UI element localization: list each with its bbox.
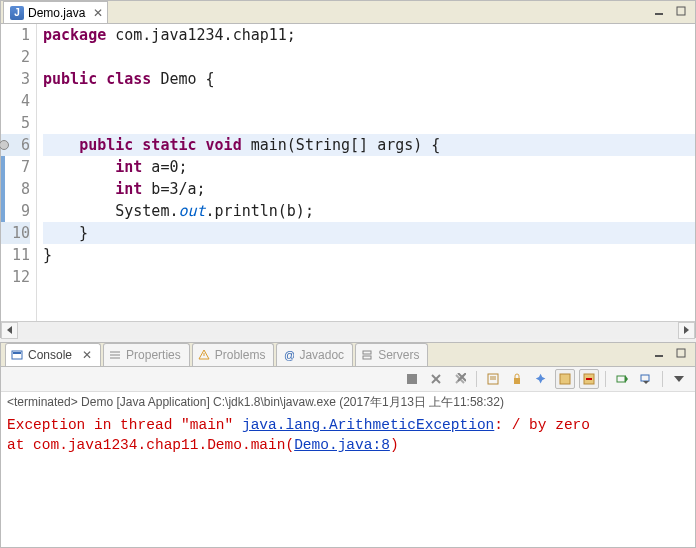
line-number[interactable]: 11 [1, 244, 30, 266]
minimize-view-icon[interactable] [651, 345, 667, 361]
svg-rect-12 [363, 351, 371, 354]
line-number[interactable]: 5 [1, 112, 30, 134]
tab-problems[interactable]: Problems [192, 343, 275, 366]
close-icon[interactable]: ✕ [93, 7, 103, 19]
error-text: at com.java1234.chap11.Demo.main( [7, 437, 294, 453]
svg-rect-16 [407, 374, 417, 384]
scroll-left-icon[interactable] [1, 322, 18, 339]
code-line[interactable]: System.out.println(b); [43, 200, 695, 222]
toolbar-separator [605, 371, 606, 387]
svg-rect-29 [586, 378, 592, 380]
svg-text:@: @ [284, 349, 294, 361]
svg-rect-32 [641, 375, 649, 381]
line-number[interactable]: 7 [1, 156, 30, 178]
svg-rect-15 [677, 349, 685, 357]
code-line[interactable]: public class Demo { [43, 68, 695, 90]
show-stderr-icon[interactable] [579, 369, 599, 389]
line-number[interactable]: 3 [1, 68, 30, 90]
view-menu-icon[interactable] [669, 369, 689, 389]
source-link[interactable]: Demo.java:8 [294, 437, 390, 453]
svg-marker-2 [7, 326, 12, 334]
code-line[interactable] [43, 90, 695, 112]
line-number[interactable]: 8 [1, 178, 30, 200]
svg-rect-13 [363, 356, 371, 359]
console-output[interactable]: Exception in thread "main" java.lang.Ari… [1, 413, 695, 457]
show-stdout-icon[interactable] [555, 369, 575, 389]
svg-rect-1 [677, 7, 685, 15]
code-line[interactable]: package com.java1234.chap11; [43, 24, 695, 46]
scroll-lock-icon[interactable] [507, 369, 527, 389]
console-pane: Console✕PropertiesProblems@JavadocServer… [0, 342, 696, 548]
code-line[interactable]: } [43, 222, 695, 244]
tab-javadoc[interactable]: @Javadoc [276, 343, 353, 366]
javadoc-icon: @ [281, 348, 295, 362]
display-dropdown-icon[interactable] [636, 369, 656, 389]
tab-label: Console [28, 348, 72, 362]
tab-servers[interactable]: Servers [355, 343, 428, 366]
properties-icon [108, 348, 122, 362]
open-console-icon[interactable] [612, 369, 632, 389]
tab-label: Javadoc [299, 348, 344, 362]
code-line[interactable] [43, 46, 695, 68]
svg-rect-0 [655, 13, 663, 15]
scroll-right-icon[interactable] [678, 322, 695, 339]
line-number[interactable]: 1 [1, 24, 30, 46]
launch-line: <terminated> Demo [Java Application] C:\… [1, 392, 695, 413]
clear-console-icon[interactable] [483, 369, 503, 389]
servers-icon [360, 348, 374, 362]
remove-all-icon[interactable] [450, 369, 470, 389]
code-body[interactable]: package com.java1234.chap11;public class… [37, 24, 695, 321]
toolbar-separator [662, 371, 663, 387]
remove-launch-icon[interactable] [426, 369, 446, 389]
code-line[interactable]: public static void main(String[] args) { [43, 134, 695, 156]
tab-properties[interactable]: Properties [103, 343, 190, 366]
error-text: Exception in thread "main" [7, 417, 242, 433]
error-text: ) [390, 437, 399, 453]
close-icon[interactable]: ✕ [82, 349, 92, 361]
maximize-view-icon[interactable] [673, 345, 689, 361]
java-file-icon [10, 6, 24, 20]
tab-label: Problems [215, 348, 266, 362]
exception-link[interactable]: java.lang.ArithmeticException [242, 417, 494, 433]
pin-console-icon[interactable] [531, 369, 551, 389]
line-number[interactable]: 2 [1, 46, 30, 68]
line-number[interactable]: 6 [1, 134, 30, 156]
code-area[interactable]: 123456789101112 package com.java1234.cha… [1, 24, 695, 321]
terminate-icon[interactable] [402, 369, 422, 389]
line-number[interactable]: 10 [1, 222, 30, 244]
tab-label: Servers [378, 348, 419, 362]
minimize-view-icon[interactable] [651, 3, 667, 19]
tab-label: Properties [126, 348, 181, 362]
tab-console[interactable]: Console✕ [5, 343, 101, 366]
svg-marker-34 [674, 376, 684, 382]
code-line[interactable] [43, 266, 695, 288]
maximize-view-icon[interactable] [673, 3, 689, 19]
line-number[interactable]: 12 [1, 266, 30, 288]
console-toolbar [1, 367, 695, 392]
code-line[interactable]: int b=3/a; [43, 178, 695, 200]
editor-pane: Demo.java ✕ 123456789101112 package com.… [0, 0, 696, 338]
svg-rect-30 [617, 376, 625, 382]
console-line: at com.java1234.chap11.Demo.main(Demo.ja… [7, 435, 689, 455]
line-number[interactable]: 9 [1, 200, 30, 222]
line-number[interactable]: 4 [1, 90, 30, 112]
code-line[interactable] [43, 112, 695, 134]
svg-rect-14 [655, 355, 663, 357]
svg-marker-3 [684, 326, 689, 334]
editor-horizontal-scrollbar[interactable] [1, 321, 695, 339]
console-line: Exception in thread "main" java.lang.Ari… [7, 415, 689, 435]
toolbar-separator [476, 371, 477, 387]
svg-rect-26 [514, 378, 520, 384]
line-number-gutter[interactable]: 123456789101112 [1, 24, 37, 321]
error-text: : / by zero [494, 417, 590, 433]
console-icon [10, 348, 24, 362]
editor-tab-bar: Demo.java ✕ [1, 1, 695, 24]
code-line[interactable]: } [43, 244, 695, 266]
code-line[interactable]: int a=0; [43, 156, 695, 178]
editor-tab[interactable]: Demo.java ✕ [3, 1, 108, 23]
svg-marker-31 [625, 375, 628, 383]
svg-marker-33 [643, 381, 649, 384]
svg-rect-27 [560, 374, 570, 384]
svg-rect-5 [13, 352, 21, 354]
view-tab-bar: Console✕PropertiesProblems@JavadocServer… [1, 343, 695, 367]
